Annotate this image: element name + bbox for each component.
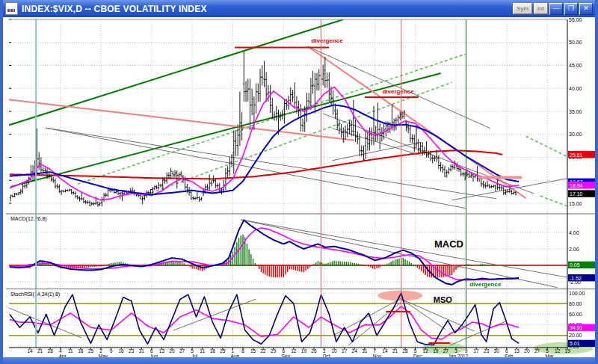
annotation-text: divergence xyxy=(382,88,414,95)
svg-text:21: 21 xyxy=(37,348,43,354)
svg-text:15.00: 15.00 xyxy=(569,201,582,206)
minimize-button[interactable]: — xyxy=(549,3,563,15)
svg-text:20.00: 20.00 xyxy=(569,333,582,338)
svg-text:22: 22 xyxy=(260,348,266,354)
maximize-button[interactable]: ❐ xyxy=(564,3,578,15)
chart-window: INDEX:$VIX,D -- CBOE VOLATILITY INDEX Sy… xyxy=(0,0,598,364)
annotation-text: divergence xyxy=(469,281,502,288)
annotation-text: MSO xyxy=(434,295,453,304)
svg-text:15: 15 xyxy=(250,348,256,354)
svg-text:19: 19 xyxy=(301,348,307,354)
svg-text:StochRSI(14,34(1),8): StochRSI(14,34(1),8) xyxy=(10,291,60,297)
svg-text:9: 9 xyxy=(110,348,113,354)
svg-text:MACD(12,26,8): MACD(12,26,8) xyxy=(10,216,47,222)
svg-text:26: 26 xyxy=(311,348,317,354)
window-icon[interactable] xyxy=(5,2,18,15)
annotation-text: MACD xyxy=(434,238,463,250)
svg-text:5.01: 5.01 xyxy=(570,341,580,346)
svg-text:10: 10 xyxy=(331,348,337,354)
sym-button[interactable]: Sym xyxy=(513,3,532,14)
svg-text:31: 31 xyxy=(362,348,368,354)
svg-text:23: 23 xyxy=(484,348,490,354)
chart-canvas[interactable]: divergencedivergenceMACDdivergenceMACD(1… xyxy=(3,0,598,364)
svg-text:24: 24 xyxy=(352,348,358,354)
int-button[interactable]: Int xyxy=(534,3,548,14)
svg-text:11: 11 xyxy=(68,348,73,354)
svg-text:25.61: 25.61 xyxy=(570,152,583,158)
svg-text:20: 20 xyxy=(524,348,530,354)
svg-text:35.00: 35.00 xyxy=(569,109,582,114)
svg-text:12: 12 xyxy=(291,348,297,354)
svg-text:31: 31 xyxy=(139,348,145,354)
annotation-text: divergence xyxy=(311,37,343,44)
svg-text:4.00: 4.00 xyxy=(569,230,579,235)
svg-text:18.94: 18.94 xyxy=(570,183,583,188)
svg-text:17: 17 xyxy=(342,348,348,354)
svg-text:2.00: 2.00 xyxy=(569,247,579,252)
svg-text:23: 23 xyxy=(129,348,135,354)
svg-text:14: 14 xyxy=(382,348,388,354)
svg-text:13: 13 xyxy=(514,348,520,354)
title-bar[interactable]: INDEX:$VIX,D -- CBOE VOLATILITY INDEX Sy… xyxy=(3,0,595,17)
svg-text:27: 27 xyxy=(534,348,540,354)
svg-text:28: 28 xyxy=(402,348,408,354)
svg-text:11: 11 xyxy=(200,348,205,354)
svg-text:-1.52: -1.52 xyxy=(570,276,582,281)
svg-text:18: 18 xyxy=(210,348,216,354)
svg-text:100.00: 100.00 xyxy=(569,291,585,296)
svg-text:9: 9 xyxy=(465,348,468,354)
window-bottom-border xyxy=(3,357,595,364)
svg-text:40.00: 40.00 xyxy=(569,86,582,91)
svg-text:30.00: 30.00 xyxy=(569,132,582,137)
svg-text:19: 19 xyxy=(433,348,439,354)
svg-text:25: 25 xyxy=(88,348,94,354)
svg-text:45.00: 45.00 xyxy=(569,63,582,68)
close-button[interactable]: ✕ xyxy=(579,3,593,15)
svg-text:12: 12 xyxy=(555,348,561,354)
svg-text:13: 13 xyxy=(159,348,165,354)
svg-text:55.00: 55.00 xyxy=(569,17,582,22)
svg-text:16: 16 xyxy=(119,348,125,354)
svg-text:28: 28 xyxy=(48,348,54,354)
svg-text:0.05: 0.05 xyxy=(570,262,580,268)
svg-text:60.00: 60.00 xyxy=(569,312,582,317)
svg-text:34.91: 34.91 xyxy=(570,325,583,330)
svg-text:30: 30 xyxy=(494,348,500,354)
svg-text:12: 12 xyxy=(423,348,429,354)
svg-text:27: 27 xyxy=(179,348,185,354)
svg-text:21: 21 xyxy=(392,348,398,354)
window-title: INDEX:$VIX,D -- CBOE VOLATILITY INDEX xyxy=(22,4,207,14)
svg-text:19: 19 xyxy=(565,348,571,354)
svg-text:25: 25 xyxy=(220,348,226,354)
svg-text:29: 29 xyxy=(271,348,277,354)
svg-text:17.10: 17.10 xyxy=(570,191,583,197)
svg-text:8: 8 xyxy=(241,348,244,354)
svg-text:50.00: 50.00 xyxy=(569,40,582,45)
svg-text:17: 17 xyxy=(473,348,479,354)
svg-text:80.00: 80.00 xyxy=(569,301,582,306)
svg-text:20: 20 xyxy=(169,348,175,354)
svg-text:18: 18 xyxy=(78,348,84,354)
svg-text:14: 14 xyxy=(27,348,33,354)
